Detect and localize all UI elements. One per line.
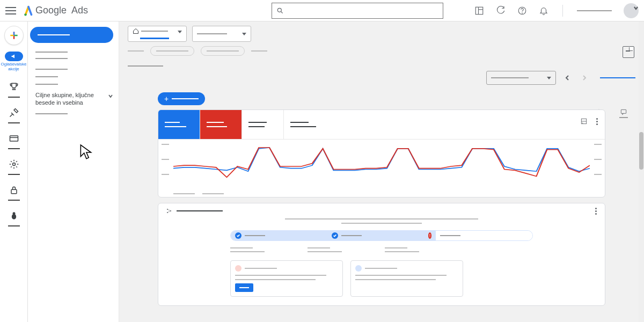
search-icon	[276, 7, 284, 14]
campaign-selector[interactable]	[192, 26, 251, 42]
card-menu-icon[interactable]	[592, 208, 599, 215]
sidebar-item-1[interactable]	[28, 48, 119, 56]
chevron-down-icon	[108, 93, 113, 99]
bug-icon	[9, 210, 19, 221]
setup-progress: !	[230, 230, 533, 241]
chevron-down-icon	[633, 5, 639, 11]
search-input[interactable]	[272, 3, 443, 19]
recommendation-card[interactable]	[230, 260, 343, 297]
svg-rect-12	[10, 136, 18, 141]
recommendation-card[interactable]	[350, 260, 463, 297]
svg-rect-18	[621, 109, 626, 113]
sidebar: Ciljne skupine, ključne besede in vsebin…	[28, 21, 119, 322]
logo[interactable]: Google Ads	[23, 5, 88, 17]
rail-tools[interactable]	[0, 104, 28, 127]
chart-menu-icon[interactable]	[593, 118, 601, 125]
feedback-icon[interactable]	[619, 108, 628, 118]
refresh-icon[interactable]	[496, 6, 506, 16]
scroll-thumb[interactable]	[639, 132, 643, 170]
check-icon	[332, 232, 338, 239]
rec-icon	[235, 265, 241, 272]
svg-rect-3	[475, 7, 483, 14]
check-icon	[235, 232, 241, 239]
rail-campaigns-label: Oglaševalske akcije	[1, 62, 27, 72]
notifications-icon[interactable]	[539, 6, 548, 16]
chart-legend	[158, 193, 605, 196]
help-icon[interactable]	[517, 6, 527, 16]
metric-tab-3[interactable]	[242, 110, 284, 139]
header-actions	[474, 3, 639, 18]
card-icon	[9, 133, 19, 144]
rail-admin[interactable]	[0, 156, 28, 178]
overview-chart-card	[158, 109, 605, 197]
chip[interactable]	[251, 50, 267, 52]
megaphone-icon	[10, 53, 18, 60]
sidebar-item-4[interactable]	[28, 80, 119, 88]
rec-icon	[355, 265, 362, 272]
optimization-card: !	[158, 203, 605, 306]
gear-icon	[9, 159, 19, 170]
rail-billing[interactable]	[0, 130, 28, 152]
new-campaign-button[interactable]: +	[158, 92, 205, 105]
sidebar-active[interactable]	[30, 27, 113, 43]
plus-icon	[9, 30, 19, 41]
apply-button[interactable]	[235, 283, 253, 292]
sidebar-item-5[interactable]	[28, 110, 119, 118]
rail-campaigns[interactable]: Oglaševalske akcije	[0, 48, 28, 75]
prev-button[interactable]	[561, 72, 573, 84]
insights-icon	[166, 208, 172, 214]
svg-point-0	[24, 13, 26, 16]
date-range-selector[interactable]	[486, 71, 556, 85]
svg-point-14	[12, 163, 15, 165]
svg-line-2	[281, 11, 283, 13]
section-title	[128, 65, 163, 67]
rail-goals[interactable]	[0, 78, 28, 101]
sidebar-item-2[interactable]	[28, 65, 119, 73]
menu-icon[interactable]	[5, 7, 16, 14]
chip-pill[interactable]	[201, 46, 245, 56]
metric-tab-2[interactable]	[200, 110, 242, 139]
metric-tab-4[interactable]	[284, 110, 328, 139]
breadcrumb-chips	[128, 46, 635, 56]
account-name[interactable]	[577, 10, 612, 11]
divider	[562, 5, 563, 17]
create-button[interactable]	[4, 26, 24, 45]
reports-icon[interactable]	[474, 6, 484, 16]
chip[interactable]	[128, 50, 144, 52]
plus-icon: +	[164, 94, 169, 103]
svg-rect-15	[11, 189, 17, 194]
account-selector[interactable]	[128, 26, 187, 42]
scrollbar[interactable]	[639, 21, 644, 322]
lock-icon	[9, 185, 19, 195]
nav-rail: Oglaševalske akcije	[0, 21, 28, 322]
top-header: Google Ads	[0, 0, 644, 21]
svg-point-17	[12, 212, 15, 215]
chart-plot	[158, 140, 605, 193]
sidebar-item-3[interactable]	[28, 73, 119, 80]
svg-point-7	[522, 13, 523, 13]
next-button[interactable]	[579, 72, 590, 84]
optimization-title	[177, 210, 223, 211]
logo-text-google: Google	[35, 5, 67, 16]
content: +	[119, 21, 644, 322]
error-icon: !	[428, 232, 431, 239]
expand-chart-icon[interactable]	[580, 118, 588, 125]
trophy-icon	[9, 82, 19, 92]
rail-bug[interactable]	[0, 207, 28, 230]
ads-logo-icon	[23, 5, 34, 17]
svg-point-1	[277, 8, 281, 12]
sidebar-item-audiences[interactable]: Ciljne skupine, ključne besede in vsebin…	[28, 88, 119, 110]
home-icon	[133, 28, 139, 34]
save-icon[interactable]	[623, 46, 634, 58]
metric-tab-1[interactable]	[158, 110, 200, 139]
logo-text-ads: Ads	[71, 5, 88, 16]
tools-icon	[9, 107, 19, 118]
sidebar-item-label: Ciljne skupine, ključne besede in vsebin…	[35, 91, 105, 107]
rail-security[interactable]	[0, 181, 28, 204]
date-preset[interactable]	[600, 77, 635, 78]
chip-pill[interactable]	[150, 46, 194, 56]
